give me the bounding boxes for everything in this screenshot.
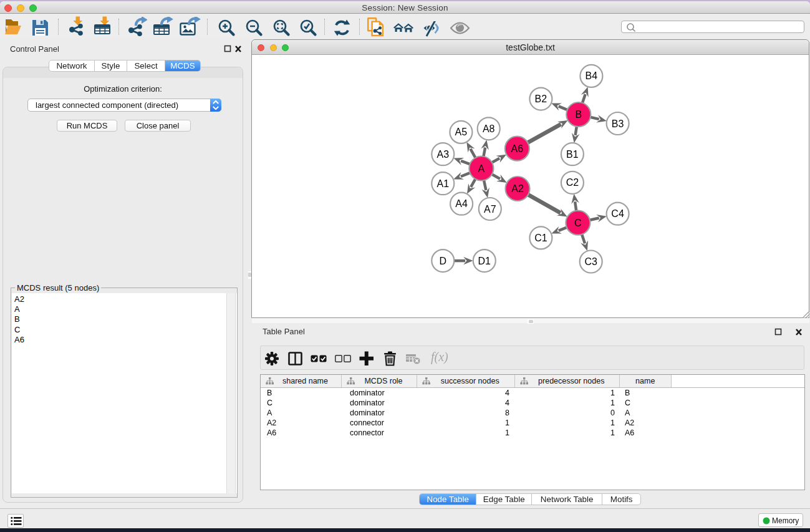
svg-text:C2: C2: [566, 177, 579, 188]
svg-text:D: D: [440, 256, 447, 266]
svg-text:A2: A2: [511, 183, 524, 194]
svg-text:A7: A7: [484, 204, 496, 215]
svg-text:B2: B2: [535, 94, 547, 104]
svg-text:C: C: [574, 218, 582, 228]
svg-text:A3: A3: [437, 149, 450, 160]
svg-text:D1: D1: [478, 256, 491, 266]
svg-text:A1: A1: [437, 178, 450, 189]
svg-text:A6: A6: [511, 143, 524, 154]
svg-text:C1: C1: [534, 233, 547, 243]
svg-text:C4: C4: [611, 208, 624, 219]
svg-text:B1: B1: [566, 149, 579, 160]
svg-text:A: A: [478, 163, 485, 174]
svg-text:A4: A4: [455, 198, 468, 209]
svg-text:A8: A8: [483, 123, 495, 134]
svg-text:A5: A5: [455, 127, 468, 137]
svg-text:B4: B4: [586, 70, 598, 81]
svg-text:B3: B3: [612, 118, 624, 129]
svg-text:B: B: [575, 109, 582, 120]
svg-text:C3: C3: [584, 256, 597, 267]
